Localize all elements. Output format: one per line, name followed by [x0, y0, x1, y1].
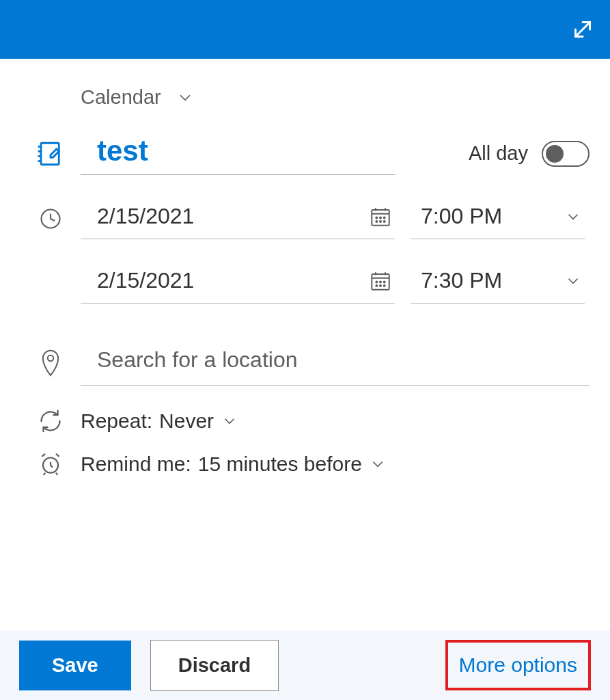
calendar-icon [369, 205, 392, 228]
allday-label: All day [469, 142, 528, 165]
svg-point-21 [376, 281, 377, 282]
chevron-down-icon [176, 89, 194, 107]
svg-point-25 [380, 285, 381, 286]
end-date-value: 2/15/2021 [97, 268, 194, 293]
calendar-dropdown-label: Calendar [81, 86, 161, 109]
save-button[interactable]: Save [19, 641, 131, 690]
svg-point-23 [384, 281, 385, 282]
toggle-knob [546, 145, 564, 163]
calendar-icon [369, 269, 392, 293]
discard-button[interactable]: Discard [150, 640, 279, 691]
remind-dropdown[interactable]: 15 minutes before [198, 453, 387, 476]
dialog-header [0, 0, 610, 59]
repeat-dropdown[interactable]: Never [159, 409, 238, 433]
location-input[interactable] [81, 340, 590, 386]
svg-point-24 [376, 285, 377, 286]
svg-point-22 [380, 281, 381, 282]
end-time-value: 7:30 PM [421, 268, 502, 293]
svg-point-14 [376, 221, 377, 222]
allday-toggle[interactable] [542, 141, 590, 167]
start-time-value: 7:00 PM [421, 204, 502, 229]
svg-line-29 [42, 454, 45, 457]
calendar-dropdown[interactable]: Calendar [81, 86, 194, 109]
dialog-footer: Save Discard More options [0, 630, 610, 700]
repeat-label: Repeat: [81, 409, 152, 433]
chevron-down-icon [221, 412, 238, 430]
time-icon [20, 206, 81, 231]
svg-point-12 [380, 217, 381, 218]
event-title-input[interactable] [81, 132, 395, 175]
chevron-down-icon [564, 208, 582, 226]
reminder-icon [20, 451, 81, 477]
remind-value: 15 minutes before [198, 453, 362, 476]
svg-line-0 [576, 23, 590, 37]
chevron-down-icon [369, 455, 387, 473]
more-options-link[interactable]: More options [445, 640, 591, 690]
svg-point-13 [384, 217, 385, 218]
svg-line-31 [44, 473, 45, 475]
repeat-value: Never [159, 409, 214, 433]
event-form: Calendar All day [0, 59, 610, 477]
svg-line-32 [56, 473, 57, 475]
svg-point-26 [384, 285, 385, 286]
svg-line-30 [56, 454, 59, 457]
svg-point-15 [380, 221, 381, 222]
svg-point-27 [48, 355, 53, 361]
start-time-field[interactable]: 7:00 PM [411, 198, 585, 239]
expand-icon[interactable] [570, 17, 595, 42]
chevron-down-icon [564, 272, 582, 290]
svg-point-11 [376, 217, 377, 218]
end-time-field[interactable]: 7:30 PM [411, 262, 585, 304]
event-title-icon [20, 139, 81, 168]
svg-point-16 [384, 221, 385, 222]
start-date-value: 2/15/2021 [97, 204, 194, 229]
remind-label: Remind me: [81, 453, 191, 476]
location-icon [20, 349, 81, 377]
end-date-field[interactable]: 2/15/2021 [81, 262, 395, 304]
repeat-icon [20, 409, 81, 433]
start-date-field[interactable]: 2/15/2021 [81, 198, 395, 239]
